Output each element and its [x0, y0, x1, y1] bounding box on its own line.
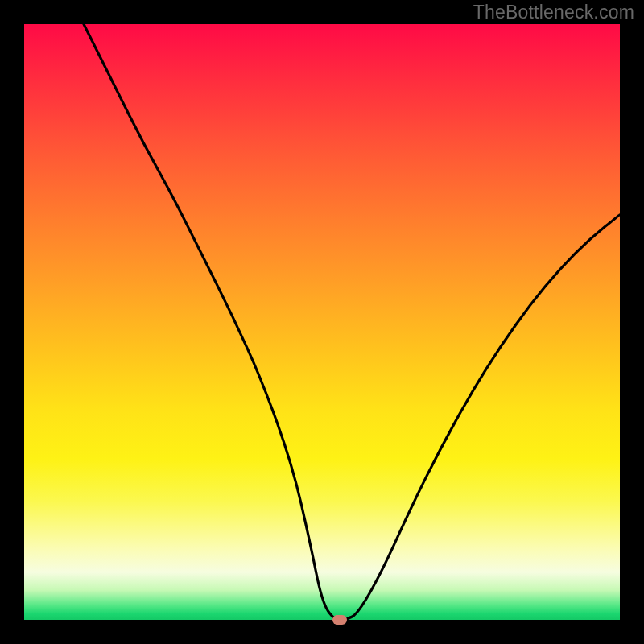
chart-frame: TheBottleneck.com — [0, 0, 644, 644]
watermark-text: TheBottleneck.com — [473, 2, 634, 23]
plot-area — [24, 24, 620, 620]
optimum-marker — [332, 615, 347, 625]
bottleneck-curve-path — [84, 24, 620, 620]
curve-svg — [24, 24, 620, 620]
